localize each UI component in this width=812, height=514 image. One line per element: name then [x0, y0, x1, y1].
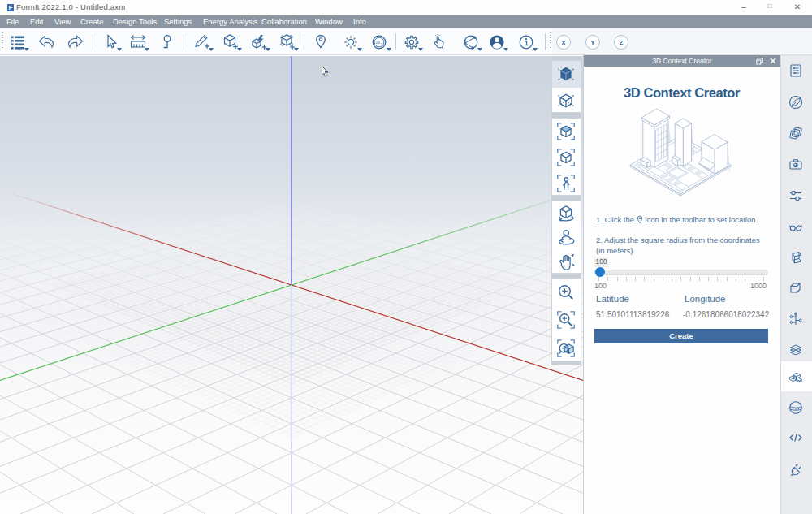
- svg-text:19.1: 19.1: [376, 41, 383, 45]
